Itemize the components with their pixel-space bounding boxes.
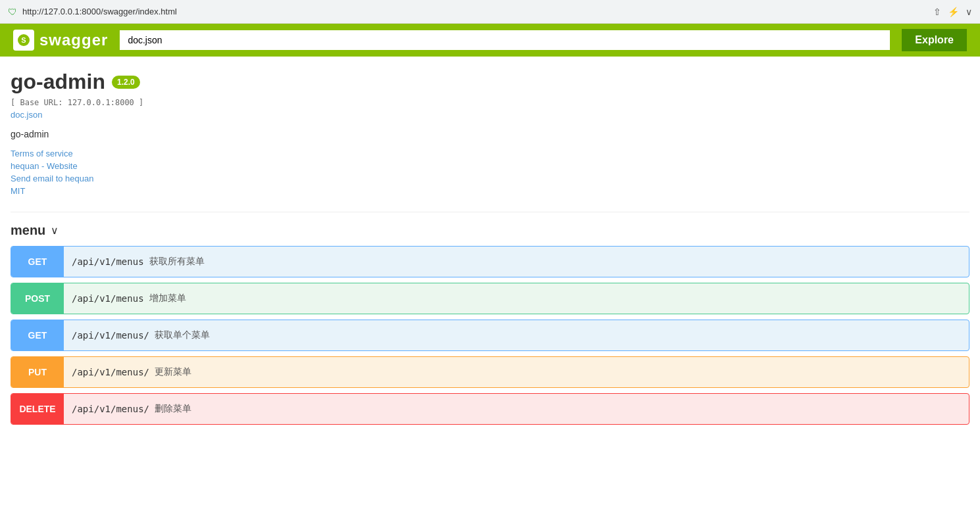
terms-of-service-link[interactable]: Terms of service xyxy=(11,149,969,158)
lightning-icon[interactable]: ⚡ xyxy=(948,7,959,17)
browser-url: http://127.0.0.1:8000/swagger/index.html xyxy=(22,7,177,16)
explore-button[interactable]: Explore xyxy=(902,29,967,51)
api-url-input[interactable] xyxy=(118,29,891,51)
email-link[interactable]: Send email to hequan xyxy=(11,174,969,183)
endpoint-description: 获取所有菜单 xyxy=(149,256,205,268)
api-links: Terms of service hequan - Website Send e… xyxy=(11,149,969,196)
endpoint-row[interactable]: DELETE/api/v1/menus/删除菜单 xyxy=(11,393,969,425)
share-icon[interactable]: ⇧ xyxy=(933,7,941,17)
endpoint-path: /api/v1/menus/ xyxy=(72,404,149,414)
swagger-logo-icon: S xyxy=(13,30,34,51)
browser-bar: 🛡 http://127.0.0.1:8000/swagger/index.ht… xyxy=(0,0,980,24)
endpoint-description: 增加菜单 xyxy=(149,293,186,304)
endpoint-description: 更新菜单 xyxy=(155,366,191,378)
endpoint-row[interactable]: GET/api/v1/menus/获取单个菜单 xyxy=(11,320,969,351)
endpoint-row[interactable]: PUT/api/v1/menus/更新菜单 xyxy=(11,356,969,388)
method-badge-delete: DELETE xyxy=(11,394,64,424)
endpoint-description: 删除菜单 xyxy=(155,403,191,415)
api-title-row: go-admin 1.2.0 xyxy=(11,70,969,94)
section-divider xyxy=(11,212,969,212)
license-link[interactable]: MIT xyxy=(11,186,969,196)
menu-section-title: menu xyxy=(11,223,45,238)
endpoints-list: GET/api/v1/menus获取所有菜单POST/api/v1/menus增… xyxy=(11,246,969,425)
swagger-logo: S swagger xyxy=(13,30,108,51)
endpoint-description: 获取单个菜单 xyxy=(155,329,210,341)
menu-header[interactable]: menu ∨ xyxy=(11,223,969,238)
endpoint-row[interactable]: POST/api/v1/menus增加菜单 xyxy=(11,283,969,314)
api-description: go-admin xyxy=(11,129,969,139)
browser-icons: ⇧ ⚡ ∨ xyxy=(933,7,972,17)
endpoint-row[interactable]: GET/api/v1/menus获取所有菜单 xyxy=(11,246,969,277)
method-badge-get: GET xyxy=(11,247,64,277)
svg-text:S: S xyxy=(21,36,26,44)
menu-chevron-icon: ∨ xyxy=(51,224,59,237)
swagger-navbar: S swagger Explore xyxy=(0,24,980,57)
website-link[interactable]: hequan - Website xyxy=(11,161,969,171)
main-content: go-admin 1.2.0 [ Base URL: 127.0.0.1:800… xyxy=(0,57,980,443)
method-badge-post: POST xyxy=(11,283,64,314)
method-badge-get: GET xyxy=(11,320,64,350)
api-title: go-admin xyxy=(11,70,105,94)
endpoint-path: /api/v1/menus/ xyxy=(72,330,149,341)
endpoint-path: /api/v1/menus/ xyxy=(72,367,149,377)
swagger-logo-text: swagger xyxy=(39,31,108,49)
endpoint-path: /api/v1/menus xyxy=(72,293,144,304)
endpoint-path: /api/v1/menus xyxy=(72,256,144,267)
api-base-url: [ Base URL: 127.0.0.1:8000 ] xyxy=(11,98,969,107)
chevron-down-icon[interactable]: ∨ xyxy=(966,7,972,17)
security-icon: 🛡 xyxy=(8,7,17,17)
api-version-badge: 1.2.0 xyxy=(112,76,140,89)
menu-section: menu ∨ GET/api/v1/menus获取所有菜单POST/api/v1… xyxy=(11,223,969,425)
method-badge-put: PUT xyxy=(11,357,64,387)
api-doc-link[interactable]: doc.json xyxy=(11,110,969,120)
